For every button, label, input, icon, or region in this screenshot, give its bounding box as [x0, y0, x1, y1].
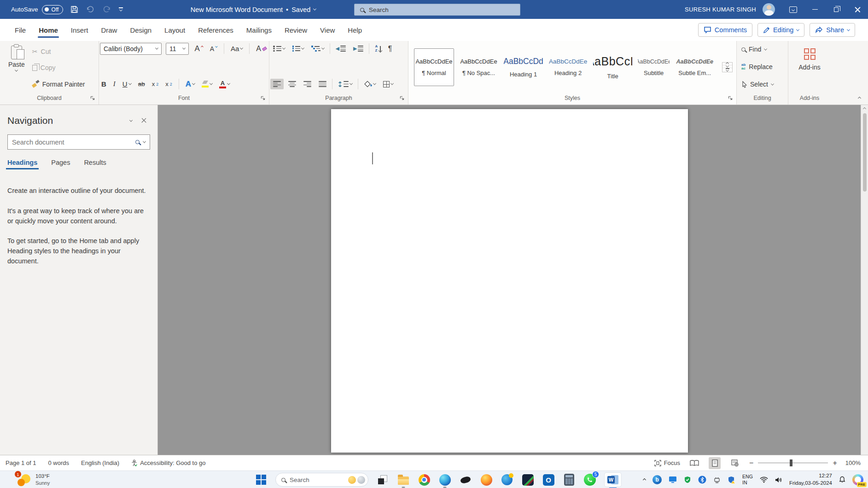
- redo-icon[interactable]: [102, 6, 111, 13]
- navigation-close-icon[interactable]: [137, 118, 150, 123]
- start-button[interactable]: [255, 473, 268, 486]
- accessibility-status[interactable]: Accessibility: Good to go: [131, 459, 205, 466]
- document-page[interactable]: [331, 109, 688, 453]
- tab-references[interactable]: References: [192, 21, 240, 40]
- style-no-spacing[interactable]: AaBbCcDdEe¶ No Spac...: [459, 48, 499, 86]
- style-subtitle[interactable]: AaBbCcDdEeSubtitle: [637, 48, 670, 86]
- notifications-bell-icon[interactable]: [839, 476, 845, 483]
- autosave-toggle[interactable]: AutoSave Off: [11, 5, 63, 14]
- edge-button[interactable]: [438, 473, 451, 486]
- undo-icon[interactable]: [86, 6, 95, 13]
- file-explorer-button[interactable]: [397, 473, 410, 486]
- scrollbar-up-arrow[interactable]: [863, 105, 866, 112]
- italic-button[interactable]: I: [112, 80, 117, 88]
- calculator-button[interactable]: [563, 473, 576, 486]
- style-heading2[interactable]: AaBbCcDdEeHeading 2: [548, 48, 588, 86]
- navtab-pages[interactable]: Pages: [51, 159, 70, 169]
- style-heading1[interactable]: AaBbCcDdHeading 1: [503, 48, 543, 86]
- style-subtle-emphasis[interactable]: AaBbCcDdEeSubtle Em...: [675, 48, 715, 86]
- navtab-results[interactable]: Results: [84, 159, 106, 169]
- focus-mode-button[interactable]: Focus: [654, 459, 680, 466]
- change-case-button[interactable]: Aa: [229, 44, 244, 53]
- navigation-search-box[interactable]: [7, 134, 150, 150]
- tab-home[interactable]: Home: [32, 21, 64, 40]
- weather-widget[interactable]: 1 103°FSunny: [17, 472, 50, 487]
- navigation-search-dropdown-icon[interactable]: [143, 140, 146, 143]
- cut-button[interactable]: ✂Cut: [32, 46, 85, 57]
- font-dialog-launcher[interactable]: [260, 95, 266, 101]
- bing-tray-icon[interactable]: b: [652, 475, 662, 484]
- navigation-search-input[interactable]: [12, 139, 132, 146]
- style-title[interactable]: AaBbCcDTitle: [593, 48, 633, 86]
- share-button[interactable]: Share: [810, 23, 855, 37]
- borders-button[interactable]: [380, 79, 396, 90]
- app-sphere-button[interactable]: [501, 473, 513, 486]
- tab-view[interactable]: View: [314, 21, 341, 40]
- restore-button[interactable]: [826, 0, 847, 19]
- security-shield-icon[interactable]: [684, 476, 691, 483]
- read-mode-button[interactable]: [688, 457, 700, 469]
- clear-formatting-button[interactable]: A: [255, 44, 268, 53]
- word-button[interactable]: W: [604, 472, 622, 487]
- tab-draw[interactable]: Draw: [94, 21, 123, 40]
- select-button[interactable]: Select: [741, 78, 786, 90]
- hidden-icons-button[interactable]: [643, 479, 646, 481]
- font-size-combobox[interactable]: 11: [166, 43, 189, 55]
- strikethrough-button[interactable]: ab: [137, 80, 146, 88]
- show-formatting-marks-button[interactable]: ¶: [385, 42, 395, 55]
- zoom-slider[interactable]: [758, 463, 828, 464]
- word-count[interactable]: 0 words: [48, 459, 70, 466]
- account-name[interactable]: SURESH KUMAR SINGH: [685, 6, 756, 13]
- tab-mailings[interactable]: Mailings: [240, 21, 278, 40]
- web-layout-button[interactable]: [729, 457, 741, 469]
- navtab-headings[interactable]: Headings: [7, 159, 37, 169]
- copilot-button[interactable]: PRE: [852, 474, 863, 485]
- increase-indent-button[interactable]: ▶: [350, 43, 366, 54]
- align-center-button[interactable]: [285, 79, 299, 89]
- title-chevron-icon[interactable]: [313, 7, 316, 11]
- tab-layout[interactable]: Layout: [158, 21, 192, 40]
- clock[interactable]: 12:27Friday,03-05-2024: [789, 472, 832, 487]
- volume-icon[interactable]: [775, 477, 782, 483]
- paragraph-dialog-launcher[interactable]: [399, 95, 405, 101]
- font-color-button[interactable]: A: [218, 80, 231, 89]
- document-scrollbar[interactable]: [861, 105, 868, 455]
- whatsapp-button[interactable]: 5: [583, 473, 596, 486]
- minimize-button[interactable]: [804, 0, 826, 19]
- zoom-level[interactable]: 100%: [845, 459, 861, 466]
- align-left-button[interactable]: [270, 79, 284, 89]
- usb-icon[interactable]: [713, 476, 721, 483]
- multilevel-list-button[interactable]: [309, 43, 327, 54]
- grow-font-button[interactable]: A: [193, 44, 204, 54]
- tab-file[interactable]: File: [8, 21, 32, 40]
- firefox-button[interactable]: [480, 473, 493, 486]
- style-normal[interactable]: AaBbCcDdEe¶ Normal: [414, 48, 454, 86]
- sort-button[interactable]: AZ: [372, 42, 383, 55]
- format-painter-button[interactable]: Format Painter: [32, 78, 85, 90]
- bluetooth-icon[interactable]: [698, 476, 706, 484]
- display-tray-icon[interactable]: [669, 476, 677, 483]
- copy-button[interactable]: Copy: [32, 62, 85, 74]
- save-status[interactable]: Saved: [291, 6, 310, 13]
- line-spacing-button[interactable]: [335, 79, 355, 90]
- scrollbar-thumb[interactable]: [863, 113, 867, 192]
- decrease-indent-button[interactable]: ◀: [333, 43, 349, 54]
- pinned-app-button[interactable]: [459, 473, 472, 486]
- tab-review[interactable]: Review: [278, 21, 314, 40]
- customize-quick-access-toolbar-icon[interactable]: [119, 7, 123, 11]
- close-button[interactable]: [847, 0, 868, 19]
- bold-button[interactable]: B: [100, 80, 108, 88]
- print-layout-button[interactable]: [709, 457, 721, 469]
- numbering-button[interactable]: [290, 43, 307, 54]
- align-right-button[interactable]: [301, 79, 314, 89]
- media-app-button[interactable]: [521, 473, 534, 486]
- addins-button[interactable]: Add-ins: [792, 44, 827, 91]
- shading-button[interactable]: [361, 78, 379, 90]
- navigation-search-icon[interactable]: [135, 140, 140, 144]
- navigation-options-chevron-icon[interactable]: [124, 120, 137, 122]
- zoom-out-button[interactable]: −: [749, 459, 753, 467]
- taskbar-search-box[interactable]: Search: [275, 473, 368, 487]
- zoom-in-button[interactable]: +: [833, 459, 837, 467]
- paste-dropdown-icon[interactable]: [15, 69, 18, 72]
- find-button[interactable]: Find: [741, 43, 786, 55]
